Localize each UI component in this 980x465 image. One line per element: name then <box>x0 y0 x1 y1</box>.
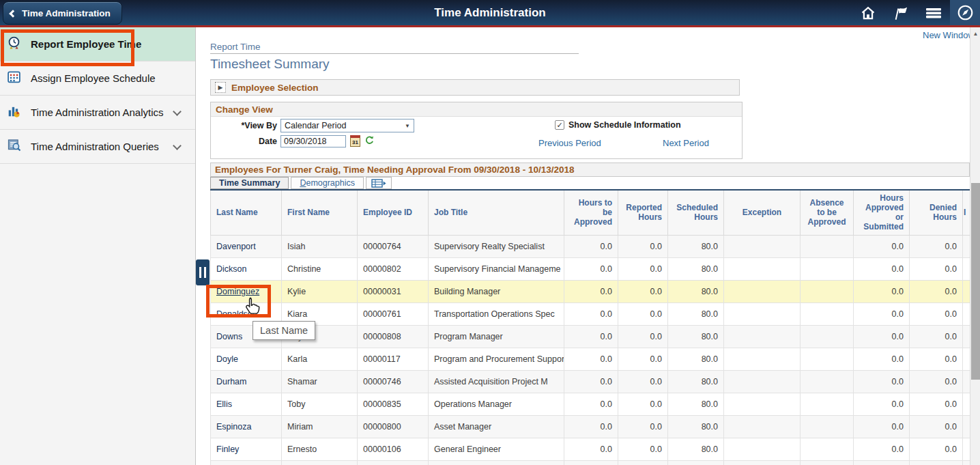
clipped-cell <box>211 460 282 465</box>
scheduled-hours-cell: 80.0 <box>668 302 724 325</box>
employee-id-cell: 00000808 <box>358 325 429 348</box>
column-header-hours-to-be-approved[interactable]: Hours to be Approved <box>564 190 618 235</box>
reported-hours-cell: 0.0 <box>618 348 668 370</box>
next-period-link[interactable]: Next Period <box>663 138 709 148</box>
new-window-link[interactable]: New Window <box>923 30 975 40</box>
show-schedule-checkbox[interactable]: ✓ <box>555 120 564 130</box>
employee-last-name-link[interactable]: Davenport <box>216 242 256 251</box>
scrollbar-thumb[interactable] <box>971 183 980 380</box>
employee-id-cell: 00000117 <box>358 348 429 370</box>
absence-to-be-approved-cell <box>801 325 854 348</box>
column-header-clipped: I <box>963 190 970 235</box>
exception-cell <box>724 302 801 325</box>
sidebar-item-time-administration-queries[interactable]: Time Administration Queries <box>0 130 195 164</box>
reported-hours-cell: 0.0 <box>618 438 668 460</box>
last-name-cell: Dominguez <box>211 280 282 302</box>
hours-to-be-approved-cell: 0.0 <box>564 302 618 325</box>
employee-last-name-link[interactable]: Downs <box>216 332 242 341</box>
column-header-employee-id[interactable]: Employee ID <box>358 190 429 235</box>
employee-id-cell: 00000746 <box>358 370 429 393</box>
hours-approved-or-submitted-cell: 0.0 <box>854 348 910 370</box>
exception-cell <box>724 393 801 415</box>
absence-to-be-approved-cell <box>801 415 854 438</box>
employee-last-name-link[interactable]: Dominguez <box>216 287 259 296</box>
grid-columns-icon <box>371 179 386 188</box>
clipped-cell <box>963 302 970 325</box>
first-name-cell: Ernesto <box>282 438 358 460</box>
hours-to-be-approved-cell: 0.0 <box>564 393 618 415</box>
employee-last-name-link[interactable]: Ellis <box>216 399 232 409</box>
vertical-scrollbar[interactable]: ▲ <box>970 27 980 465</box>
employee-last-name-link[interactable]: Espinoza <box>216 422 251 432</box>
column-header-scheduled-hours[interactable]: Scheduled Hours <box>668 190 724 235</box>
tooltip: Last Name <box>253 321 315 340</box>
scheduled-hours-cell: 80.0 <box>668 325 724 348</box>
first-name-cell: Karla <box>282 348 358 370</box>
denied-hours-cell: 0.0 <box>910 370 963 393</box>
tab-time-summary[interactable]: Time Summary <box>210 177 289 189</box>
navbar-compass-icon[interactable] <box>950 0 980 25</box>
tab-demographics[interactable]: Demographics <box>291 177 364 189</box>
employee-last-name-link[interactable]: Finley <box>216 445 239 454</box>
show-all-columns-button[interactable] <box>366 177 392 189</box>
scheduled-hours-cell: 80.0 <box>668 348 724 370</box>
column-header-exception[interactable]: Exception <box>724 190 801 235</box>
scheduled-hours-cell: 80.0 <box>668 438 724 460</box>
column-header-denied-hours[interactable]: Denied Hours <box>910 190 963 235</box>
column-header-last-name[interactable]: Last Name <box>211 190 282 235</box>
hours-approved-or-submitted-cell: 0.0 <box>854 393 910 415</box>
sidebar-item-report-employee-time[interactable]: Report Employee Time <box>0 27 195 61</box>
scheduled-hours-cell: 80.0 <box>668 415 724 438</box>
job-title-cell: Building Manager <box>429 280 564 302</box>
date-input[interactable]: 09/30/2018 <box>280 135 346 147</box>
column-header-reported-hours[interactable]: Reported Hours <box>618 190 668 235</box>
employee-last-name-link[interactable]: Durham <box>216 377 246 386</box>
denied-hours-cell: 0.0 <box>910 393 963 415</box>
column-header-hours-approved-or-submitted[interactable]: Hours Approved or Submitted <box>854 190 910 235</box>
column-header-job-title[interactable]: Job Title <box>429 190 564 235</box>
clipped-cell <box>724 460 801 465</box>
employee-id-cell: 00000800 <box>358 415 429 438</box>
sidebar-item-assign-employee-schedule[interactable]: Assign Employee Schedule <box>0 61 195 96</box>
denied-hours-cell: 0.0 <box>910 348 963 370</box>
hours-to-be-approved-cell: 0.0 <box>564 235 618 257</box>
view-by-select[interactable]: Calendar Period ▼ <box>280 119 414 132</box>
side-page-tab-handle[interactable] <box>196 259 210 285</box>
employee-last-name-link[interactable]: Doyle <box>216 354 238 364</box>
exception-cell <box>724 438 801 460</box>
home-icon[interactable] <box>852 0 884 25</box>
sidebar-item-label: Report Employee Time <box>31 38 141 50</box>
menu-icon[interactable] <box>917 0 950 25</box>
employee-id-cell: 00000106 <box>358 438 429 460</box>
employee-selection-section: ▶ Employee Selection <box>210 79 740 96</box>
absence-to-be-approved-cell <box>801 438 854 460</box>
reported-hours-cell: 0.0 <box>618 415 668 438</box>
refresh-icon[interactable] <box>364 135 375 148</box>
job-title-cell: Program Manager <box>429 325 564 348</box>
change-view-panel: Change View *View By Calendar Period ▼ D… <box>210 102 743 159</box>
clipped-cell <box>963 370 970 393</box>
employee-last-name-link[interactable]: Donaldson <box>216 309 257 319</box>
table-row: EspinozaMiriam00000800Asset Manager0.00.… <box>211 415 970 438</box>
expand-arrow-icon[interactable]: ▶ <box>215 82 226 93</box>
column-header-absence-to-be-approved[interactable]: Absence to be Approved <box>801 190 854 235</box>
scroll-up-arrow-icon[interactable]: ▲ <box>970 29 980 39</box>
flag-icon[interactable] <box>884 0 917 25</box>
column-header-first-name[interactable]: First Name <box>282 190 358 235</box>
sidebar-item-time-administration-analytics[interactable]: Time Administration Analytics <box>0 96 195 130</box>
absence-to-be-approved-cell <box>801 235 854 257</box>
first-name-cell: Toby <box>282 393 358 415</box>
exception-cell <box>724 235 801 257</box>
time-administration-app: Time Administration Time Administration <box>0 0 980 465</box>
date-label: Date <box>211 137 277 146</box>
employee-id-cell: 00000835 <box>358 393 429 415</box>
employee-last-name-link[interactable]: Dickson <box>216 264 246 274</box>
grid-header-row: Last Name First Name Employee ID Job Tit… <box>211 190 970 235</box>
dropdown-caret-icon: ▼ <box>405 123 410 129</box>
previous-period-link[interactable]: Previous Period <box>538 138 601 148</box>
job-title-cell: Supervisory Realty Specialist <box>429 235 564 257</box>
hours-approved-or-submitted-cell: 0.0 <box>854 325 910 348</box>
calendar-picker-icon[interactable]: 31 <box>350 135 360 147</box>
clipped-cell <box>854 460 910 465</box>
clipped-cell <box>963 348 970 370</box>
